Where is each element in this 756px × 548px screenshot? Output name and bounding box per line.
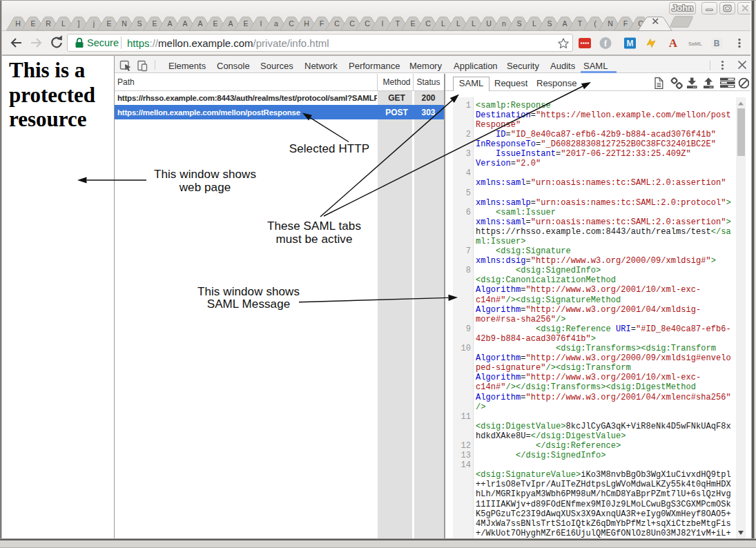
svg-text:A: A xyxy=(197,19,202,28)
svg-text:S: S xyxy=(547,19,552,28)
svg-text:N: N xyxy=(122,19,127,28)
svg-text:U: U xyxy=(486,19,492,28)
svg-text:A: A xyxy=(167,19,172,28)
svg-text:E: E xyxy=(243,19,248,28)
svg-text:A: A xyxy=(562,19,567,28)
svg-text:S: S xyxy=(516,19,521,28)
svg-text:(: ( xyxy=(594,19,597,28)
svg-text:L: L xyxy=(456,19,461,28)
svg-text:H: H xyxy=(304,19,309,28)
svg-text:j: j xyxy=(93,19,95,28)
svg-text:L: L xyxy=(441,19,445,28)
svg-text:L: L xyxy=(61,19,66,28)
svg-text:T: T xyxy=(578,19,583,28)
svg-text:E: E xyxy=(152,19,157,28)
svg-text:E: E xyxy=(106,19,111,28)
svg-text:F: F xyxy=(320,19,324,28)
svg-text:L: L xyxy=(472,19,476,28)
svg-text:SaML: SaML xyxy=(688,41,702,47)
svg-text:M: M xyxy=(627,39,634,48)
svg-text:A: A xyxy=(669,37,678,50)
svg-text:I: I xyxy=(382,19,384,28)
svg-text:C: C xyxy=(425,19,431,28)
svg-text:H: H xyxy=(15,19,21,28)
svg-text:C: C xyxy=(289,19,294,28)
svg-text:E: E xyxy=(213,19,217,28)
svg-text:a: a xyxy=(274,19,278,28)
svg-text:T: T xyxy=(396,19,400,28)
svg-text:F: F xyxy=(623,19,628,28)
svg-text:n: n xyxy=(502,19,506,28)
svg-text:N: N xyxy=(608,19,613,28)
svg-text:C: C xyxy=(334,19,340,28)
svg-text:E: E xyxy=(30,19,35,28)
svg-text:E: E xyxy=(410,19,415,28)
svg-text:]: ] xyxy=(78,19,80,28)
svg-text:R: R xyxy=(46,19,51,28)
svg-text:L: L xyxy=(532,19,536,28)
svg-text:C: C xyxy=(365,19,370,28)
svg-text:A: A xyxy=(228,19,233,28)
svg-text:A: A xyxy=(182,19,187,28)
svg-text:B: B xyxy=(714,39,720,48)
svg-text:C: C xyxy=(349,19,355,28)
svg-text:I: I xyxy=(260,19,262,28)
svg-text:S: S xyxy=(137,19,142,28)
